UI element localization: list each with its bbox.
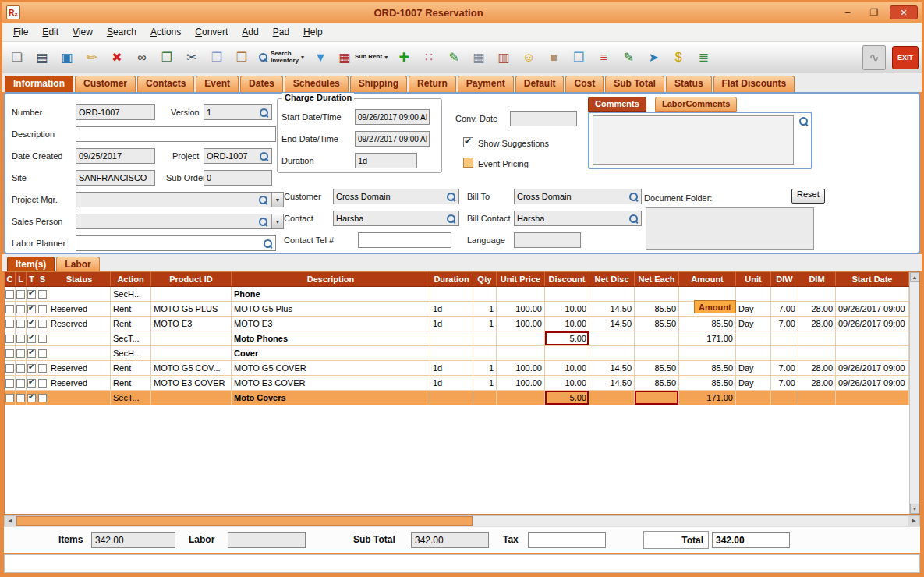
cell-action[interactable]: Rent — [111, 376, 151, 390]
tab-status[interactable]: Status — [666, 76, 712, 92]
tab-return[interactable]: Return — [409, 76, 456, 92]
table-row[interactable]: ReservedRentMOTO E3 COVERMOTO E3 COVER1d… — [5, 376, 909, 391]
cell-net_each[interactable]: 85.50 — [635, 376, 679, 390]
cell-net_disc[interactable]: 14.50 — [589, 376, 635, 390]
cell-status[interactable]: Reserved — [48, 376, 111, 390]
cell-status[interactable] — [48, 287, 111, 301]
comments-textarea[interactable] — [593, 115, 794, 165]
cell-dim[interactable] — [798, 331, 836, 345]
cell-diw[interactable] — [771, 331, 798, 345]
cell-start_date[interactable]: 09/26/2017 09:00 — [836, 302, 909, 316]
column-header-action[interactable]: Action — [111, 272, 151, 286]
cell-qty[interactable]: 1 — [473, 361, 497, 375]
sub-orders-field[interactable]: 0 — [204, 170, 272, 186]
cell-dim[interactable] — [798, 391, 836, 405]
horizontal-scroll-thumb[interactable] — [16, 516, 473, 526]
tab-sub-total[interactable]: Sub Total — [605, 76, 664, 92]
labor-planner-search-icon[interactable] — [263, 239, 273, 249]
column-header-t[interactable]: T — [27, 272, 37, 286]
cell-amount[interactable]: 85.50 — [679, 376, 736, 390]
bill-to-field[interactable]: Cross Domain — [514, 189, 642, 204]
horizontal-scroll-track[interactable] — [473, 516, 908, 526]
smiley-icon[interactable]: ☺ — [517, 45, 540, 70]
row-checkbox[interactable] — [16, 379, 25, 388]
bill-contact-search-icon[interactable] — [628, 214, 639, 224]
menu-search[interactable]: Search — [101, 24, 143, 40]
project-mgr-combo[interactable]: ▼ — [76, 192, 284, 207]
version-search-icon[interactable] — [259, 108, 269, 118]
table-row[interactable]: SecH...Cover — [5, 346, 909, 361]
row-checkbox[interactable] — [38, 364, 47, 373]
cell-description[interactable]: Moto Covers — [232, 391, 430, 405]
menu-view[interactable]: View — [66, 24, 99, 40]
tab-comments[interactable]: Comments — [588, 97, 646, 112]
cell-qty[interactable] — [473, 287, 497, 301]
cell-action[interactable]: SecH... — [111, 287, 151, 301]
bill-contact-field[interactable]: Harsha — [514, 211, 642, 226]
copy-icon[interactable]: ❐ — [205, 45, 228, 70]
cell-discount[interactable]: 10.00 — [545, 317, 589, 331]
cell-dim[interactable]: 28.00 — [798, 361, 836, 375]
new-document-icon[interactable]: ❏ — [5, 45, 29, 70]
row-checkbox[interactable] — [16, 290, 25, 299]
tab-flat-discounts[interactable]: Flat Discounts — [713, 76, 795, 92]
column-header-c[interactable]: C — [5, 272, 16, 286]
cell-action[interactable]: Rent — [111, 361, 151, 375]
menu-actions[interactable]: Actions — [144, 24, 187, 40]
cell-product_id[interactable]: MOTO E3 COVER — [151, 376, 232, 390]
cell-action[interactable]: Rent — [111, 317, 151, 331]
find-binoculars-icon[interactable]: ∞ — [130, 45, 154, 70]
number-field[interactable]: ORD-1007 — [76, 104, 155, 120]
column-header-description[interactable]: Description — [232, 272, 430, 286]
reset-button[interactable]: Reset — [791, 189, 825, 204]
tab-schedules[interactable]: Schedules — [285, 76, 349, 92]
column-header-unit[interactable]: Unit — [736, 272, 771, 286]
row-checkbox[interactable] — [16, 394, 25, 402]
cell-qty[interactable] — [473, 346, 497, 360]
row-checkbox[interactable] — [27, 394, 36, 402]
cell-net_each[interactable]: 85.50 — [635, 302, 679, 316]
row-checkbox[interactable] — [5, 394, 14, 402]
project-mgr-search-icon[interactable] — [258, 195, 268, 205]
column-header-net_disc[interactable]: Net Disc — [589, 272, 635, 286]
cell-product_id[interactable] — [151, 346, 232, 360]
table-row[interactable]: SecH...Phone — [5, 287, 909, 302]
cell-net_disc[interactable] — [589, 331, 635, 345]
cell-status[interactable] — [48, 331, 111, 345]
cell-amount[interactable]: 85.50 — [679, 361, 736, 375]
tab-contacts[interactable]: Contacts — [137, 76, 194, 92]
cell-description[interactable]: Cover — [232, 346, 430, 360]
cell-unit[interactable] — [736, 287, 771, 301]
tag-icon[interactable]: ❒ — [567, 45, 590, 70]
menu-file[interactable]: File — [7, 24, 34, 40]
cell-net_disc[interactable] — [589, 346, 635, 360]
cell-start_date[interactable] — [836, 331, 909, 345]
tab-dates[interactable]: Dates — [240, 76, 283, 92]
search-inventory-button[interactable]: SearchInventory▾ — [255, 45, 307, 70]
row-checkbox[interactable] — [5, 290, 14, 299]
cell-start_date[interactable]: 09/26/2017 09:00 — [836, 317, 909, 331]
cell-start_date[interactable] — [836, 346, 909, 360]
cell-unit_price[interactable]: 100.00 — [497, 376, 545, 390]
cell-status[interactable] — [48, 346, 111, 360]
cell-amount[interactable]: 85.50 — [679, 317, 736, 331]
row-checkbox[interactable] — [16, 349, 25, 358]
cell-diw[interactable] — [771, 346, 798, 360]
row-checkbox[interactable] — [38, 379, 47, 388]
tab-information[interactable]: Information — [5, 76, 73, 92]
menu-edit[interactable]: Edit — [36, 24, 65, 40]
cell-duration[interactable] — [430, 391, 473, 405]
cell-product_id[interactable] — [151, 287, 232, 301]
cell-dim[interactable] — [798, 287, 836, 301]
cell-unit[interactable] — [736, 391, 771, 405]
scroll-right-icon[interactable]: ▶ — [908, 516, 919, 526]
items-tab-labor[interactable]: Labor — [56, 257, 99, 271]
column-header-net_each[interactable]: Net Each — [635, 272, 679, 286]
contact-tel-field[interactable] — [358, 232, 451, 248]
cell-discount[interactable]: 10.00 — [545, 376, 589, 390]
cell-discount[interactable]: 5.00 — [545, 391, 589, 405]
column-header-product_id[interactable]: Product ID — [151, 272, 232, 286]
exit-button[interactable]: EXIT — [892, 46, 919, 69]
cell-diw[interactable] — [771, 391, 798, 405]
sub-rent-button[interactable]: ▦Sub Rent▾ — [334, 45, 391, 70]
